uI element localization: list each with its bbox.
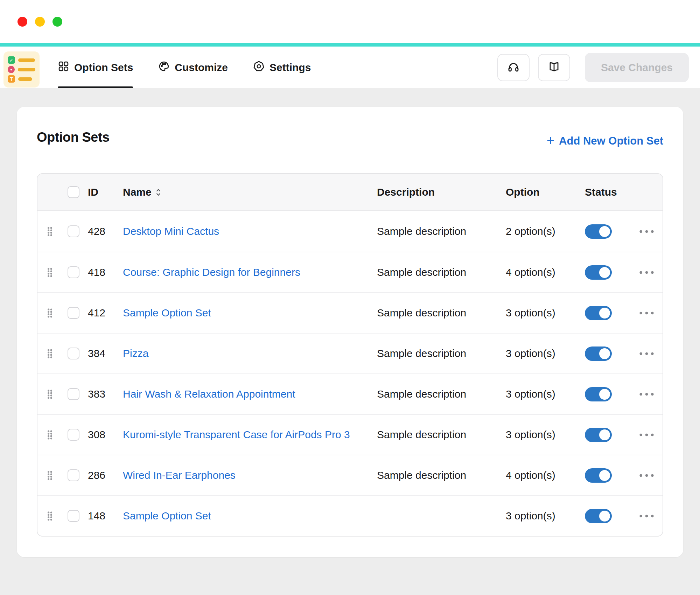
more-dots-icon <box>639 514 654 518</box>
row-id: 383 <box>85 388 121 400</box>
option-set-name-link[interactable]: Sample Option Set <box>123 510 211 522</box>
status-toggle[interactable] <box>585 346 612 361</box>
row-name-cell: Kuromi-style Transparent Case for AirPod… <box>121 429 375 441</box>
row-option-count: 2 option(s) <box>506 225 579 237</box>
row-checkbox[interactable] <box>68 307 79 319</box>
support-button[interactable] <box>497 54 530 81</box>
row-id: 418 <box>85 266 121 278</box>
toggle-knob <box>599 267 610 278</box>
more-dots-icon <box>639 230 654 233</box>
window-minimize-button[interactable] <box>35 17 45 27</box>
row-checkbox[interactable] <box>68 348 79 359</box>
toggle-knob <box>599 389 610 400</box>
option-set-name-link[interactable]: Desktop Mini Cactus <box>123 225 219 237</box>
tab-label: Customize <box>175 62 228 74</box>
drag-handle-icon[interactable] <box>37 470 62 481</box>
status-toggle[interactable] <box>585 428 612 442</box>
logo-row: ● <box>8 66 35 73</box>
toggle-knob <box>599 429 610 440</box>
window-close-button[interactable] <box>18 17 27 27</box>
row-id: 148 <box>85 510 121 522</box>
option-set-name-link[interactable]: Course: Graphic Design for Beginners <box>123 266 300 278</box>
status-toggle[interactable] <box>585 387 612 401</box>
drag-handle-icon[interactable] <box>37 349 62 359</box>
row-checkbox[interactable] <box>68 388 79 400</box>
row-more-button[interactable] <box>630 271 663 274</box>
row-checkbox-cell <box>62 429 85 441</box>
status-toggle[interactable] <box>585 265 612 280</box>
tab-option-sets[interactable]: Option Sets <box>58 47 133 88</box>
select-all-checkbox[interactable] <box>68 186 79 198</box>
column-name-label: Name <box>123 186 152 198</box>
docs-button[interactable] <box>538 54 570 81</box>
logo-bar <box>18 68 35 71</box>
row-option-count: 4 option(s) <box>506 469 579 481</box>
row-more-button[interactable] <box>630 352 663 356</box>
drag-handle-icon[interactable] <box>37 308 62 318</box>
drag-handle-icon[interactable] <box>37 226 62 237</box>
row-more-button[interactable] <box>630 230 663 233</box>
row-description: Sample description <box>375 388 506 400</box>
tab-settings[interactable]: Settings <box>253 47 311 88</box>
status-toggle[interactable] <box>585 306 612 320</box>
row-more-button[interactable] <box>630 433 663 437</box>
drag-handle-icon[interactable] <box>37 430 62 440</box>
add-link-label: Add New Option Set <box>559 135 663 147</box>
option-set-name-link[interactable]: Pizza <box>123 348 148 359</box>
row-status-cell <box>579 468 630 483</box>
sort-icon[interactable] <box>155 188 161 197</box>
row-checkbox[interactable] <box>68 225 79 237</box>
row-id: 412 <box>85 307 121 319</box>
row-checkbox-cell <box>62 307 85 319</box>
row-checkbox-cell <box>62 348 85 359</box>
book-icon <box>548 61 560 74</box>
column-status: Status <box>585 186 630 198</box>
option-set-name-link[interactable]: Wired In-Ear Earphones <box>123 469 236 481</box>
logo-bar <box>18 77 32 81</box>
status-toggle[interactable] <box>585 224 612 239</box>
drag-handle-icon[interactable] <box>37 267 62 278</box>
column-description: Description <box>375 186 506 198</box>
app-header: ✓ ● T <box>0 47 700 88</box>
row-status-cell <box>579 224 630 239</box>
row-option-count: 3 option(s) <box>506 388 579 400</box>
drag-handle-icon[interactable] <box>37 511 62 521</box>
row-checkbox-cell <box>62 510 85 522</box>
header-controls: Save Changes <box>497 47 689 88</box>
option-set-name-link[interactable]: Hair Wash & Relaxation Appointment <box>123 388 295 400</box>
row-checkbox[interactable] <box>68 429 79 441</box>
header-checkbox-cell <box>62 186 85 198</box>
row-description: Sample description <box>375 307 506 319</box>
option-set-name-link[interactable]: Sample Option Set <box>123 307 211 318</box>
row-more-button[interactable] <box>630 311 663 315</box>
logo-row: T <box>8 75 35 83</box>
drag-handle-icon[interactable] <box>37 389 62 399</box>
table-row: 308 Kuromi-style Transparent Case for Ai… <box>37 414 663 455</box>
column-id: ID <box>85 186 121 198</box>
row-more-button[interactable] <box>630 474 663 477</box>
row-more-button[interactable] <box>630 514 663 518</box>
window-zoom-button[interactable] <box>52 17 62 27</box>
status-toggle[interactable] <box>585 509 612 523</box>
row-checkbox[interactable] <box>68 266 79 278</box>
row-name-cell: Sample Option Set <box>121 307 375 319</box>
palette-icon <box>158 61 170 75</box>
tab-label: Settings <box>270 62 311 74</box>
tab-customize[interactable]: Customize <box>158 47 228 88</box>
option-set-name-link[interactable]: Kuromi-style Transparent Case for AirPod… <box>123 429 350 440</box>
row-name-cell: Wired In-Ear Earphones <box>121 469 375 481</box>
row-id: 286 <box>85 469 121 481</box>
add-new-option-set-link[interactable]: + Add New Option Set <box>547 135 663 147</box>
row-name-cell: Pizza <box>121 348 375 359</box>
row-checkbox-cell <box>62 225 85 237</box>
row-more-button[interactable] <box>630 392 663 396</box>
row-name-cell: Desktop Mini Cactus <box>121 225 375 237</box>
row-checkbox[interactable] <box>68 510 79 522</box>
save-changes-button[interactable]: Save Changes <box>585 53 689 82</box>
table-row: 418 Course: Graphic Design for Beginners… <box>37 252 663 292</box>
status-toggle[interactable] <box>585 468 612 483</box>
row-status-cell <box>579 346 630 361</box>
column-name: Name <box>121 186 375 198</box>
row-description: Sample description <box>375 225 506 237</box>
row-checkbox[interactable] <box>68 469 79 481</box>
